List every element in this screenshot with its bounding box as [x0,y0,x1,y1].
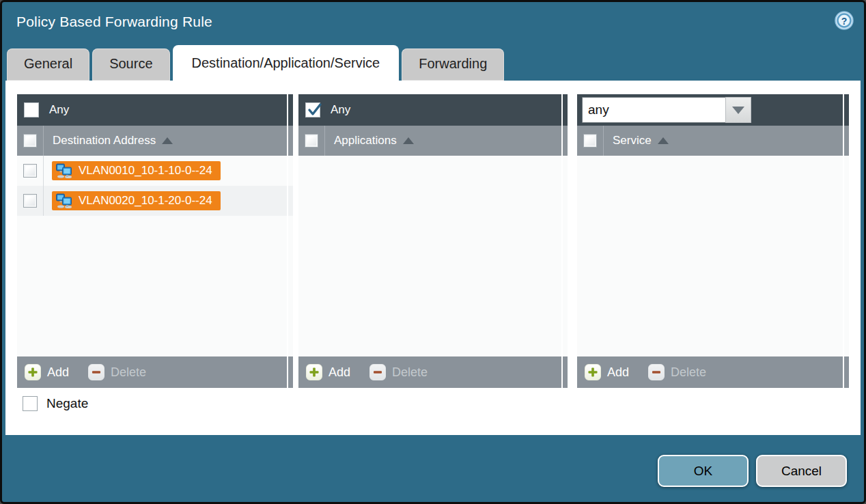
negate-checkbox[interactable] [23,396,38,411]
network-computers-icon [55,163,74,178]
sort-ascending-icon[interactable] [162,137,173,144]
sort-ascending-icon[interactable] [658,137,669,144]
add-button-label: Add [329,365,350,380]
svg-text:?: ? [841,16,848,27]
applications-panel: Any Applications Add [298,94,568,388]
delete-button-label: Delete [392,365,428,380]
chevron-down-icon [732,107,744,114]
add-plus-icon [25,364,41,380]
delete-minus-icon [369,364,386,380]
ok-button[interactable]: OK [658,455,749,487]
applications-column-header: Applications [298,126,568,156]
service-selector-bar [577,94,849,126]
network-computers-icon [55,193,74,208]
applications-any-label: Any [331,103,350,117]
delete-minus-icon [88,364,104,380]
add-button[interactable]: Add [585,364,629,380]
service-panel: Service Add Delete [577,94,849,388]
tab-forwarding[interactable]: Forwarding [402,48,504,81]
sort-ascending-icon[interactable] [403,137,414,144]
service-header-label[interactable]: Service [613,134,652,148]
destination-list: VLAN0010_10-1-10-0--24 [17,156,293,356]
service-dropdown-button[interactable] [725,97,751,123]
cancel-button[interactable]: Cancel [756,455,847,487]
add-button-label: Add [47,365,69,380]
row-checkbox[interactable] [23,194,37,208]
destination-footer-bar: Add Delete [17,356,293,388]
delete-button[interactable]: Delete [88,364,146,380]
destination-header-label[interactable]: Destination Address [53,134,156,148]
delete-button[interactable]: Delete [648,364,706,380]
row-checkbox[interactable] [23,164,37,178]
destination-any-bar: Any [17,94,293,126]
tab-general[interactable]: General [7,48,89,81]
negate-label: Negate [46,396,88,411]
address-object-chip[interactable]: VLAN0010_10-1-10-0--24 [52,161,221,180]
table-row[interactable]: VLAN0020_10-1-20-0--24 [17,186,293,216]
destination-select-all-checkbox[interactable] [23,134,37,148]
negate-option: Negate [23,396,88,411]
destination-any-label: Any [49,103,69,117]
applications-any-checkbox[interactable] [305,102,320,117]
address-object-chip[interactable]: VLAN0020_10-1-20-0--24 [52,191,221,210]
add-button-label: Add [607,365,629,380]
address-object-label: VLAN0020_10-1-20-0--24 [79,194,212,208]
delete-button-label: Delete [671,365,706,380]
service-footer-bar: Add Delete [577,356,849,388]
table-row[interactable]: VLAN0010_10-1-10-0--24 [17,156,293,186]
applications-footer-bar: Add Delete [298,356,568,388]
delete-button-label: Delete [111,365,146,380]
service-column-header: Service [577,126,849,156]
service-select-all-checkbox[interactable] [583,134,597,148]
destination-column-header: Destination Address [17,126,293,156]
delete-button[interactable]: Delete [369,364,428,380]
add-button[interactable]: Add [25,364,69,380]
applications-header-label[interactable]: Applications [334,134,397,148]
policy-based-forwarding-rule-dialog: Policy Based Forwarding Rule ? General S… [0,0,866,504]
applications-any-bar: Any [298,94,568,126]
tab-destination-application-service[interactable]: Destination/Application/Service [173,45,400,81]
address-object-label: VLAN0010_10-1-10-0--24 [79,164,212,178]
dialog-title: Policy Based Forwarding Rule [16,14,212,30]
destination-address-panel: Any Destination Address [17,94,293,388]
service-list [577,156,849,356]
add-button[interactable]: Add [306,364,350,380]
tab-content: Any Destination Address [5,81,861,435]
add-plus-icon [306,364,322,380]
destination-any-checkbox[interactable] [24,102,39,117]
tab-source[interactable]: Source [92,48,169,81]
applications-list [298,156,568,356]
applications-select-all-checkbox[interactable] [305,134,318,148]
service-combobox-input[interactable] [582,97,725,123]
tab-bar: General Source Destination/Application/S… [7,45,504,81]
add-plus-icon [585,364,601,380]
help-icon[interactable]: ? [834,10,854,31]
service-combobox [582,97,751,123]
delete-minus-icon [648,364,665,380]
